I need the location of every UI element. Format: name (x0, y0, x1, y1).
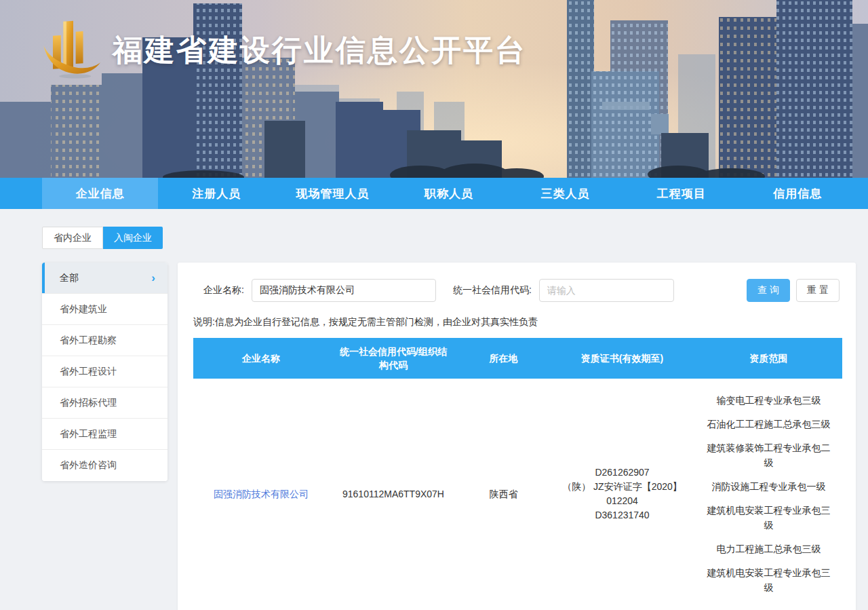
brand: 福建省建设行业信息公开平台 (39, 9, 527, 80)
query-button[interactable]: 查 询 (747, 279, 790, 302)
company-link[interactable]: 固强消防技术有限公司 (214, 489, 309, 499)
table-header-row: 企业名称 统一社会信用代码/组织结构代码 所在地 资质证书(有效期至) 资质范围 (193, 338, 842, 379)
certificate-number: D261262907 (553, 465, 691, 480)
main-nav: 企业信息 注册人员 现场管理人员 职称人员 三类人员 工程项目 信用信息 (0, 178, 868, 209)
platform-logo-icon (39, 9, 107, 80)
results-table: 企业名称 统一社会信用代码/组织结构代码 所在地 资质证书(有效期至) 资质范围… (193, 338, 842, 609)
subtab-province-internal[interactable]: 省内企业 (42, 227, 103, 249)
chevron-right-icon: › (151, 271, 155, 285)
disclaimer-note: 说明:信息为企业自行登记信息，按规定无需主管部门检测，由企业对其真实性负责 (193, 316, 842, 328)
sidebar-item-cost-consulting[interactable]: 省外造价咨询 (42, 450, 167, 481)
credit-code-input[interactable] (539, 279, 674, 302)
enterprise-scope-subtabs: 省内企业 入闽企业 (42, 227, 856, 249)
site-header: 福建省建设行业信息公开平台 (0, 0, 868, 178)
qualification-item: 建筑装修装饰工程专业承包二级 (703, 440, 834, 470)
subtab-province-entering[interactable]: 入闽企业 (103, 227, 163, 249)
nav-tab-enterprise-info[interactable]: 企业信息 (42, 178, 158, 209)
cell-company-name: 固强消防技术有限公司 (193, 379, 329, 609)
nav-tab-engineering-projects[interactable]: 工程项目 (623, 178, 739, 209)
qualification-item: 石油化工工程施工总承包三级 (703, 417, 834, 432)
nav-tab-three-types-personnel[interactable]: 三类人员 (507, 178, 623, 209)
nav-tab-registered-personnel[interactable]: 注册人员 (158, 178, 274, 209)
sidebar-item-construction[interactable]: 省外建筑业 (42, 294, 167, 325)
col-credit-code: 统一社会信用代码/组织结构代码 (329, 338, 458, 379)
page: 福建省建设行业信息公开平台 企业信息 注册人员 现场管理人员 职称人员 三类人员… (0, 0, 868, 610)
col-location: 所在地 (458, 338, 549, 379)
sidebar-item-design[interactable]: 省外工程设计 (42, 356, 167, 387)
cell-qualifications: 输变电工程专业承包三级 石油化工工程施工总承包三级 建筑装修装饰工程专业承包二级… (695, 379, 842, 609)
search-form: 企业名称: 统一社会信用代码: 查 询 重 置 (203, 279, 840, 302)
cell-credit-code: 91610112MA6TT9X07H (329, 379, 458, 609)
nav-tab-title-personnel[interactable]: 职称人员 (391, 178, 507, 209)
content-area: 省内企业 入闽企业 全部 › 省外建筑业 省外工程勘察 省外工程设计 (42, 227, 856, 610)
sidebar-item-label: 省外工程设计 (60, 366, 117, 378)
main-panel: 企业名称: 统一社会信用代码: 查 询 重 置 说明:信息为企业自行登记信息，按… (178, 263, 856, 610)
qualification-item: 建筑机电安装工程专业承包三级 (703, 565, 834, 595)
col-certificate: 资质证书(有效期至) (549, 338, 695, 379)
category-sidebar: 全部 › 省外建筑业 省外工程勘察 省外工程设计 省外招标代理 省外工程监理 (42, 263, 167, 481)
sidebar-item-label: 省外造价咨询 (60, 459, 117, 472)
sidebar-item-supervision[interactable]: 省外工程监理 (42, 419, 167, 450)
sidebar-item-label: 省外工程勘察 (60, 335, 117, 347)
nav-tab-credit-info[interactable]: 信用信息 (740, 178, 856, 209)
nav-tab-site-management-personnel[interactable]: 现场管理人员 (275, 178, 391, 209)
certificate-number: D361231740 (553, 508, 691, 522)
qualification-item: 输变电工程专业承包三级 (703, 393, 834, 408)
cell-certificates: D261262907 （陕） JZ安许证字【2020】012204 D36123… (549, 379, 695, 609)
cell-location: 陕西省 (458, 379, 549, 609)
reset-button[interactable]: 重 置 (796, 279, 840, 302)
col-qualification-scope: 资质范围 (695, 338, 842, 379)
sidebar-item-all[interactable]: 全部 › (42, 263, 167, 294)
qualification-item: 消防设施工程专业承包一级 (703, 479, 834, 494)
sidebar-item-bidding-agency[interactable]: 省外招标代理 (42, 387, 167, 419)
sidebar-item-label: 省外招标代理 (60, 397, 117, 409)
sidebar-item-label: 全部 (60, 272, 79, 284)
certificate-number: （陕） JZ安许证字【2020】012204 (553, 480, 691, 508)
sidebar-item-survey[interactable]: 省外工程勘察 (42, 325, 167, 356)
table-row: 固强消防技术有限公司 91610112MA6TT9X07H 陕西省 D26126… (193, 379, 842, 609)
sidebar-item-label: 省外建筑业 (60, 303, 107, 316)
col-company-name: 企业名称 (193, 338, 329, 379)
sidebar-item-label: 省外工程监理 (60, 428, 117, 440)
credit-code-label: 统一社会信用代码: (453, 284, 532, 297)
company-name-input[interactable] (252, 279, 436, 302)
company-name-label: 企业名称: (203, 284, 244, 297)
qualification-item: 电力工程施工总承包三级 (703, 541, 834, 556)
qualification-item: 建筑机电安装工程专业承包三级 (703, 503, 834, 533)
site-title: 福建省建设行业信息公开平台 (113, 31, 527, 71)
